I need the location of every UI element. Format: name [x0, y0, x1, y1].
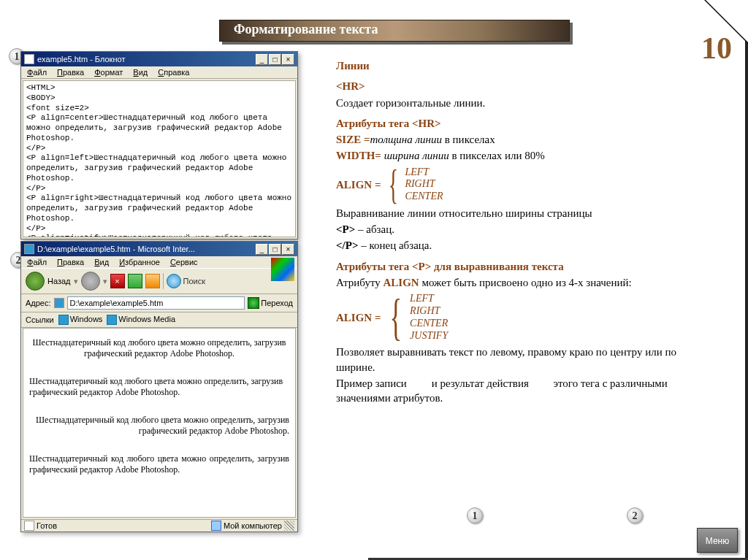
code-line: </P> [26, 184, 292, 194]
page-side-border [745, 0, 748, 560]
p-open: <P> – абзац. [336, 222, 716, 237]
code-line: <P align=left>Шестнадцатеричный код любо… [26, 153, 292, 183]
ie-titlebar: D:\example\example5.htm - Microsoft Inte… [21, 242, 297, 256]
minimize-button[interactable]: _ [256, 244, 268, 255]
back-label: Назад [47, 277, 71, 285]
address-input[interactable] [67, 296, 245, 310]
width-attr: WIDTH= ширина линии в пикселах или 80% [336, 148, 716, 163]
computer-icon [211, 521, 221, 531]
p-attr-desc: Атрибуту ALIGN может быть присвоено одно… [336, 275, 716, 290]
menu-file[interactable]: Файл [23, 257, 51, 267]
p-attributes-heading: Атрибуты тега <P> для выравнивания текст… [336, 259, 716, 274]
link-windows[interactable]: Windows [58, 315, 103, 325]
code-line: <P align=justify>Шестнадцатеричный код л… [26, 234, 292, 237]
paragraph-center: Шестнадцатеричный код любого цвета можно… [29, 337, 289, 359]
go-label: Переход [261, 299, 293, 307]
marker-inline-1: 1 [467, 507, 483, 523]
menu-edit[interactable]: Правка [53, 67, 88, 77]
close-button[interactable]: × [282, 244, 294, 255]
heading-lines: Линии [336, 58, 716, 73]
notepad-text-area[interactable]: <HTML> <BODY> <font size=2> <P align=cen… [23, 80, 296, 237]
hr-tag-label: <HR> [336, 79, 716, 93]
ie-links-bar: Ссылки Windows Windows Media [21, 312, 297, 328]
favicon-icon [58, 315, 69, 325]
zone-label: Мой компьютер [224, 521, 282, 530]
align-desc: Выравнивание линии относительно ширины с… [336, 206, 716, 220]
maximize-button[interactable]: □ [269, 244, 281, 255]
menu-help[interactable]: Справка [153, 67, 194, 77]
hr-attributes-heading: Атрибуты тега <HR> [336, 116, 716, 131]
code-line: <font size=2> [26, 104, 292, 114]
notepad-titlebar: example5.htm - Блокнот _ □ × [21, 52, 297, 66]
code-line: </P> [26, 224, 292, 234]
search-icon [167, 274, 181, 288]
ie-toolbar: Назад ▾ ▾ × Поиск [21, 268, 297, 294]
code-line: </P> [26, 144, 292, 154]
link-windows-media[interactable]: Windows Media [107, 315, 175, 325]
links-label: Ссылки [26, 315, 54, 324]
back-button[interactable] [26, 272, 45, 291]
ie-menu: Файл Правка Вид Избранное Сервис [21, 256, 297, 268]
close-button[interactable]: × [282, 54, 294, 65]
address-label: Адрес: [26, 299, 51, 307]
menu-view[interactable]: Вид [129, 67, 152, 77]
go-button[interactable]: Переход [248, 297, 293, 309]
menu-button[interactable]: Меню [697, 528, 738, 553]
resize-grip-icon[interactable] [284, 521, 294, 531]
notepad-window: example5.htm - Блокнот _ □ × Файл Правка… [20, 51, 298, 239]
align-brace-1: ALIGN = { LEFT RIGHT CENTER [336, 166, 716, 203]
windows-flag-icon [271, 258, 294, 281]
menu-view[interactable]: Вид [90, 257, 113, 267]
menu-favorites[interactable]: Избранное [115, 257, 164, 267]
menu-file[interactable]: Файл [23, 67, 51, 77]
justify-desc: Позволяет выравнивать текст по левому, п… [336, 345, 716, 375]
notepad-app-icon [24, 54, 34, 64]
ie-app-icon [24, 244, 34, 254]
notepad-title-text: example5.htm - Блокнот [37, 52, 125, 66]
ie-window: D:\example\example5.htm - Microsoft Inte… [20, 241, 298, 532]
notepad-menu: Файл Правка Формат Вид Справка [21, 66, 297, 79]
refresh-button[interactable] [128, 274, 142, 288]
maximize-button[interactable]: □ [269, 54, 281, 65]
minimize-button[interactable]: _ [256, 54, 268, 65]
hr-desc: Создает горизонтальные линии. [336, 96, 716, 110]
ie-status-bar: Готов Мой компьютер [21, 519, 297, 532]
content-column: Линии <HR> Создает горизонтальные линии.… [336, 53, 716, 407]
code-line: <HTML> [26, 83, 292, 93]
go-arrow-icon [248, 297, 259, 309]
size-attr: SIZE =толщина линии в пикселах [336, 132, 716, 147]
marker-inline-2: 2 [627, 507, 643, 523]
code-line: <P align=center>Шестнадцатеричный код лю… [26, 113, 292, 143]
document-icon [24, 521, 34, 531]
p-close: </P> – конец абзаца. [336, 238, 716, 253]
home-button[interactable] [145, 274, 160, 288]
code-line: <BODY> [26, 93, 292, 104]
menu-edit[interactable]: Правка [53, 257, 88, 267]
ie-content-area: Шестнадцатеричный код любого цвета можно… [23, 328, 296, 518]
slide-title: Форматирование текста [234, 22, 378, 37]
forward-button[interactable] [81, 272, 100, 291]
ie-address-bar: Адрес: Переход [21, 294, 297, 312]
example-line: Пример записи и результат действия этого… [336, 376, 716, 406]
status-text: Готов [37, 521, 57, 530]
paragraph-right: Шестнадцатеричный код любого цвета можно… [29, 415, 289, 437]
menu-format[interactable]: Формат [90, 67, 127, 77]
paragraph-left: Шестнадцатеричный код любого цвета можно… [29, 376, 289, 398]
align-brace-2: ALIGN = { LEFT RIGHT CENTER JUSTIFY [336, 293, 716, 342]
code-line: <P align=right>Шестнадцатеричный код люб… [26, 193, 292, 223]
ie-title-text: D:\example\example5.htm - Microsoft Inte… [37, 242, 195, 256]
search-button[interactable]: Поиск [167, 274, 205, 288]
search-label: Поиск [183, 277, 205, 285]
page-icon [54, 298, 64, 308]
menu-service[interactable]: Сервис [166, 257, 202, 267]
favicon-icon [107, 315, 117, 325]
paragraph-justify: Шестнадцатеричный код любого цвета можно… [29, 453, 289, 475]
stop-button[interactable]: × [110, 274, 125, 288]
